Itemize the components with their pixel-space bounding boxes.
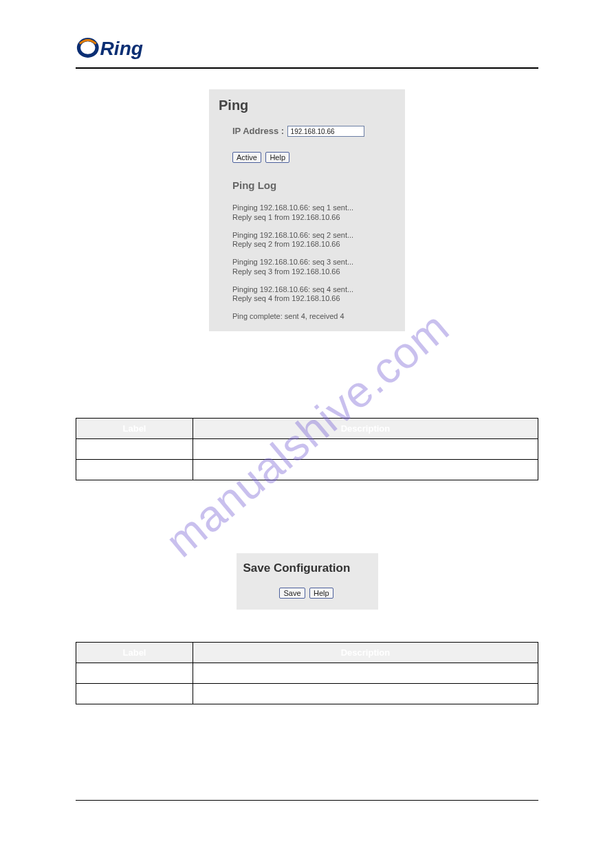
svg-text:Ring: Ring	[100, 38, 143, 59]
top-divider	[76, 67, 538, 69]
ping-log: Pinging 192.168.10.66: seq 1 sent... Rep…	[232, 203, 399, 322]
table-cell: Show help file.	[193, 684, 538, 704]
save-desc-table: Label Description Save Save all configur…	[76, 642, 538, 704]
footer-divider	[76, 800, 538, 801]
save-intro: If any configuration changed, "Save Conf…	[76, 514, 538, 540]
table-cell: Click "Active" to send ICMP packets	[193, 459, 538, 480]
ip-address-label: IP Address :	[232, 126, 284, 136]
footer-page-number: 86	[529, 816, 538, 825]
oring-logo-icon: Ring	[76, 34, 177, 59]
table-row: Save Save all configurations.	[76, 663, 538, 684]
save-config-panel: Save Configuration Save Help	[237, 553, 378, 610]
ping-title: Ping	[219, 98, 399, 113]
table-cell: Save all configurations.	[193, 663, 538, 684]
help-button-2[interactable]: Help	[309, 588, 333, 599]
table-cell: Active	[76, 459, 193, 480]
ip-address-input[interactable]: 192.168.10.66	[287, 126, 364, 137]
section-num-text: 5.1.12.5	[76, 498, 113, 510]
table-row: Active Click "Active" to send ICMP packe…	[76, 459, 538, 480]
table-cell: IP Address	[76, 438, 193, 459]
footer: ORing Industrial Networking Corp. 86	[76, 816, 538, 825]
log-line: Pinging 192.168.10.66: seq 4 sent...	[232, 285, 399, 295]
log-line: Reply seq 4 from 192.168.10.66	[232, 294, 399, 304]
log-line: Reply seq 2 from 192.168.10.66	[232, 240, 399, 249]
section-title-text: Save Configuration	[122, 498, 217, 510]
table-header: Description	[193, 418, 538, 438]
ping-caption: Ping interface	[76, 346, 538, 357]
save-caption: System Configuration interface	[76, 619, 538, 630]
help-button[interactable]: Help	[265, 152, 289, 163]
save-config-title: Save Configuration	[243, 561, 371, 575]
log-line: Pinging 192.168.10.66: seq 1 sent...	[232, 203, 399, 213]
table-row: IP Address Enter the IP address you want…	[76, 438, 538, 459]
table-cell: Save	[76, 663, 193, 684]
log-line: Reply seq 1 from 192.168.10.66	[232, 213, 399, 223]
logo: Ring	[76, 34, 538, 62]
intro-text: The following table describes the labels…	[76, 391, 538, 404]
table-cell: Help	[76, 684, 193, 704]
log-line: Pinging 192.168.10.66: seq 3 sent...	[232, 258, 399, 267]
ping-desc-table: Label Description IP Address Enter the I…	[76, 418, 538, 480]
log-line: Pinging 192.168.10.66: seq 2 sent...	[232, 231, 399, 241]
table-header: Description	[193, 643, 538, 663]
table-cell: Enter the IP address you want to ping.	[193, 438, 538, 459]
section-number: 5.1.12.5 Save Configuration	[76, 498, 538, 510]
active-button[interactable]: Active	[232, 152, 261, 163]
log-line: Reply seq 3 from 192.168.10.66	[232, 267, 399, 277]
table-header: Label	[76, 418, 193, 438]
ping-log-title: Ping Log	[232, 179, 399, 191]
footer-left: ORing Industrial Networking Corp.	[76, 816, 201, 825]
log-final: Ping complete: sent 4, received 4	[232, 312, 399, 322]
table-header: Label	[76, 643, 193, 663]
ping-panel: Ping IP Address : 192.168.10.66 Active H…	[209, 89, 405, 331]
table-row: Help Show help file.	[76, 684, 538, 704]
save-button[interactable]: Save	[279, 588, 305, 599]
